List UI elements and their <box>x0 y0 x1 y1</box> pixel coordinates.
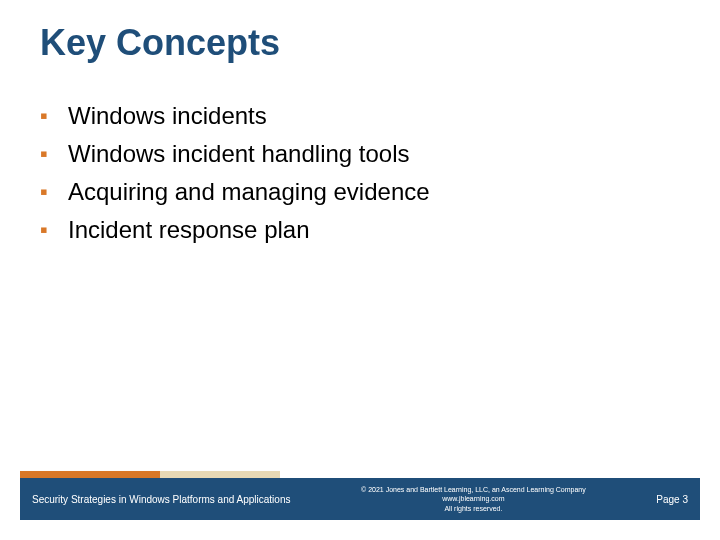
footer-site: www.jblearning.com <box>298 494 648 503</box>
footer-center: © 2021 Jones and Bartlett Learning, LLC,… <box>290 485 656 512</box>
list-item: ▪ Acquiring and managing evidence <box>40 176 680 208</box>
bullet-text: Windows incident handling tools <box>68 138 680 170</box>
footer: Security Strategies in Windows Platforms… <box>0 478 720 520</box>
bullet-icon: ▪ <box>40 138 68 170</box>
list-item: ▪ Windows incident handling tools <box>40 138 680 170</box>
bullet-icon: ▪ <box>40 214 68 246</box>
list-item: ▪ Incident response plan <box>40 214 680 246</box>
slide: Key Concepts ▪ Windows incidents ▪ Windo… <box>0 0 720 540</box>
bullet-text: Acquiring and managing evidence <box>68 176 680 208</box>
footer-copyright: © 2021 Jones and Bartlett Learning, LLC,… <box>298 485 648 494</box>
footer-page-number: Page 3 <box>656 494 700 505</box>
footer-left-text: Security Strategies in Windows Platforms… <box>20 494 290 505</box>
accent-bar-orange <box>20 471 160 478</box>
bullet-icon: ▪ <box>40 100 68 132</box>
bullet-text: Incident response plan <box>68 214 680 246</box>
bullet-icon: ▪ <box>40 176 68 208</box>
slide-title: Key Concepts <box>40 22 280 64</box>
accent-bar-light <box>160 471 280 478</box>
footer-accent <box>20 471 700 478</box>
bullet-list: ▪ Windows incidents ▪ Windows incident h… <box>40 100 680 252</box>
bullet-text: Windows incidents <box>68 100 680 132</box>
list-item: ▪ Windows incidents <box>40 100 680 132</box>
footer-rights: All rights reserved. <box>298 504 648 513</box>
footer-bar: Security Strategies in Windows Platforms… <box>20 478 700 520</box>
